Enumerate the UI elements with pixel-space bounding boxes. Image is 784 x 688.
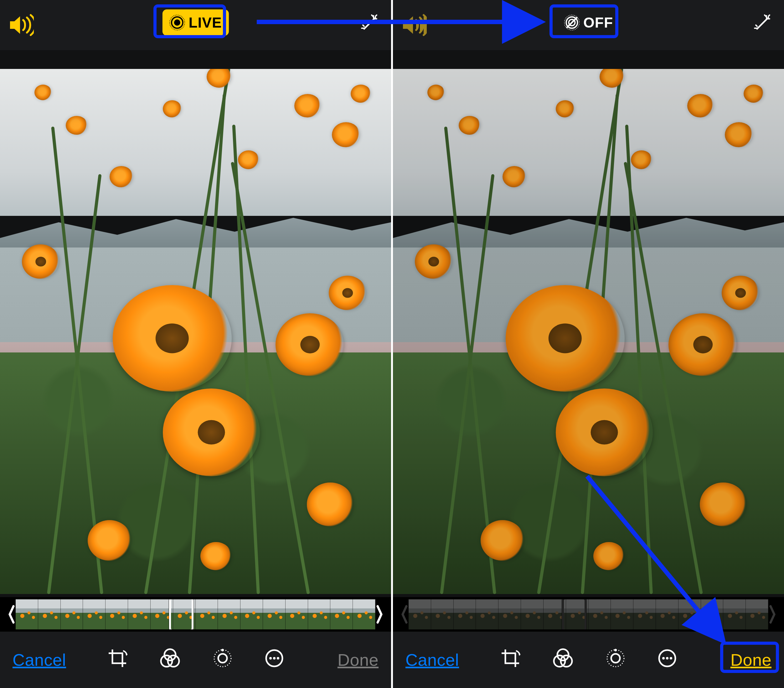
svg-point-6 (218, 654, 227, 663)
cancel-button[interactable]: Cancel (13, 650, 75, 670)
svg-point-20 (611, 654, 620, 663)
frame-strip (393, 597, 784, 632)
volume-icon[interactable] (9, 14, 34, 40)
frame-strip[interactable] (0, 597, 391, 632)
cancel-button[interactable]: Cancel (405, 650, 468, 670)
more-icon[interactable] (658, 649, 677, 671)
done-button[interactable]: Done (709, 650, 771, 670)
device-left: LIVE (0, 0, 391, 688)
crop-rotate-icon[interactable] (107, 648, 127, 672)
volume-icon[interactable] (402, 14, 427, 40)
svg-point-24 (662, 657, 665, 660)
svg-point-25 (666, 657, 669, 660)
chevron-right-icon[interactable] (376, 597, 384, 632)
live-label: LIVE (188, 14, 222, 31)
svg-point-7 (214, 650, 231, 667)
device-right: OFF (391, 0, 784, 688)
magic-wand-icon[interactable] (361, 15, 379, 35)
svg-point-22 (614, 649, 617, 651)
adjust-icon[interactable] (212, 648, 233, 672)
svg-point-8 (221, 649, 224, 651)
more-icon[interactable] (265, 649, 284, 671)
photo-preview[interactable] (0, 69, 391, 594)
done-button: Done (316, 650, 379, 670)
live-label: OFF (583, 14, 613, 31)
filters-icon[interactable] (553, 648, 573, 672)
svg-point-11 (273, 657, 275, 660)
photo-preview[interactable] (393, 69, 784, 594)
edit-toolbar: Cancel Done (393, 632, 784, 688)
top-bar: OFF (393, 0, 784, 50)
thumbnail-track (408, 599, 768, 629)
svg-point-10 (269, 657, 272, 660)
chevron-left-icon[interactable] (7, 597, 16, 632)
crop-rotate-icon[interactable] (500, 648, 520, 672)
svg-point-26 (670, 657, 672, 660)
thumbnail-track[interactable] (16, 599, 376, 629)
svg-point-0 (174, 20, 180, 26)
adjust-icon[interactable] (606, 648, 626, 672)
top-bar: LIVE (0, 0, 391, 50)
live-photo-toggle[interactable]: LIVE (162, 9, 229, 36)
chevron-right-icon (768, 597, 777, 632)
chevron-left-icon (400, 597, 408, 632)
filters-icon[interactable] (160, 648, 180, 672)
live-photo-toggle[interactable]: OFF (557, 9, 620, 36)
svg-point-21 (607, 650, 624, 667)
edit-toolbar: Cancel Done (0, 632, 391, 688)
svg-point-12 (277, 657, 279, 660)
magic-wand-icon[interactable] (754, 15, 771, 35)
